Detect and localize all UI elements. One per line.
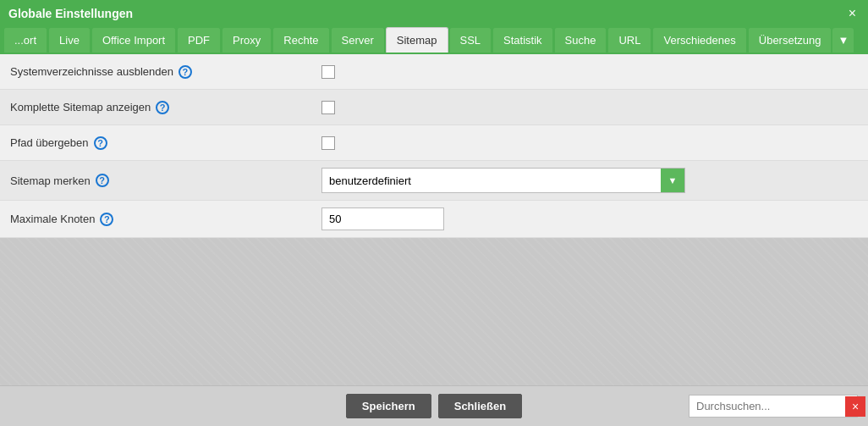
help-icon-systemverzeichnisse[interactable]: ?	[179, 65, 192, 79]
setting-label-komplette-sitemap: Komplette Sitemap anzeigen	[10, 101, 151, 113]
search-clear-icon[interactable]: ×	[845, 396, 865, 417]
content-area: Systemverzeichnisse ausblenden ? Komplet…	[0, 53, 868, 385]
tab-ubersetzung[interactable]: Übersetzung	[748, 27, 832, 53]
dropdown-arrow-icon[interactable]: ▼	[661, 169, 684, 192]
tab-statistik[interactable]: Statistik	[492, 27, 553, 53]
close-dialog-button[interactable]: ×	[845, 7, 860, 20]
tab-rechte[interactable]: Rechte	[272, 27, 329, 53]
help-icon-pfad-ubergeben[interactable]: ?	[94, 136, 107, 150]
tab-office-import[interactable]: Office Import	[91, 27, 176, 53]
close-button[interactable]: Schließen	[438, 394, 522, 418]
tab-proxy[interactable]: Proxy	[222, 27, 272, 53]
help-icon-maximale-knoten[interactable]: ?	[100, 213, 113, 226]
tab-suche[interactable]: Suche	[554, 27, 607, 53]
tab-import[interactable]: ...ort	[3, 27, 47, 53]
input-maximale-knoten[interactable]	[321, 207, 444, 230]
dropdown-sitemap-merken: benutzerdefiniert keine alle ▼	[321, 168, 685, 193]
search-wrapper: ×	[689, 395, 858, 418]
gray-placeholder	[0, 238, 868, 385]
checkbox-pfad-ubergeben[interactable]	[321, 136, 335, 150]
setting-row-maximale-knoten: Maximale Knoten ?	[0, 201, 868, 238]
select-sitemap-merken[interactable]: benutzerdefiniert keine alle	[322, 170, 661, 191]
setting-label-systemverzeichnisse: Systemverzeichnisse ausblenden	[10, 65, 173, 78]
bottom-bar: Speichern Schließen ×	[0, 385, 868, 426]
dialog-title: Globale Einstellungen	[8, 7, 133, 20]
setting-row-sitemap-merken: Sitemap merken ? benutzerdefiniert keine…	[0, 161, 868, 201]
setting-row-komplette-sitemap: Komplette Sitemap anzeigen ?	[0, 90, 868, 125]
dialog: Globale Einstellungen × ...ort Live Offi…	[0, 0, 868, 426]
tab-url[interactable]: URL	[607, 27, 651, 53]
help-icon-sitemap-merken[interactable]: ?	[96, 174, 109, 187]
tab-overflow-button[interactable]: ▼	[832, 28, 854, 53]
setting-label-maximale-knoten: Maximale Knoten	[10, 213, 95, 225]
tab-verschiedenes[interactable]: Verschiedenes	[652, 27, 746, 53]
title-bar: Globale Einstellungen ×	[0, 0, 868, 27]
setting-row-systemverzeichnisse: Systemverzeichnisse ausblenden ?	[0, 54, 868, 90]
tab-live[interactable]: Live	[48, 27, 91, 53]
help-icon-komplette-sitemap[interactable]: ?	[156, 101, 169, 114]
tab-bar: ...ort Live Office Import PDF Proxy Rech…	[0, 27, 868, 53]
checkbox-systemverzeichnisse[interactable]	[321, 65, 335, 79]
save-button[interactable]: Speichern	[346, 394, 431, 418]
tab-server[interactable]: Server	[331, 27, 385, 53]
setting-label-sitemap-merken: Sitemap merken	[10, 174, 91, 187]
tab-sitemap[interactable]: Sitemap	[386, 27, 448, 53]
tab-pdf[interactable]: PDF	[177, 27, 221, 53]
search-input[interactable]	[689, 396, 845, 417]
tab-ssl[interactable]: SSL	[449, 27, 492, 53]
setting-row-pfad-ubergeben: Pfad übergeben ?	[0, 125, 868, 161]
checkbox-komplette-sitemap[interactable]	[321, 101, 335, 114]
setting-label-pfad-ubergeben: Pfad übergeben	[10, 136, 89, 149]
